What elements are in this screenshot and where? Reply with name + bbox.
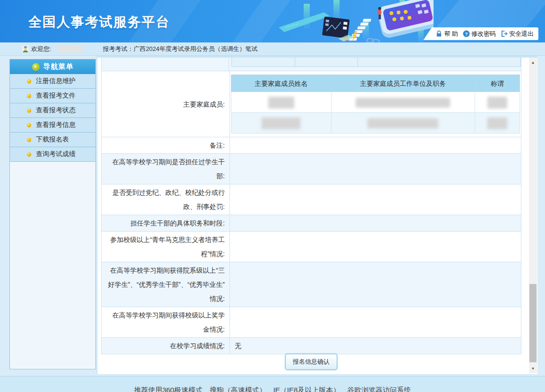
table-row-scholarship: 在高等学校学习期间获得校级以上奖学金情况: — [102, 307, 521, 338]
bullet-icon — [27, 94, 31, 98]
table-row — [231, 92, 520, 113]
table-row-remarks: 备注: — [102, 137, 521, 154]
cell-relation-redacted — [475, 92, 520, 113]
row-label: 在校学习成绩情况: — [170, 339, 225, 353]
row-value: 无 — [235, 339, 241, 353]
table-row-honors: 在高等学校学习期间获得院系级以上“三好学生”、“优秀学生干部”、“优秀毕业生”情… — [102, 262, 521, 307]
partial-inner-table — [231, 58, 521, 67]
column-header-relation: 称谓 — [475, 75, 520, 92]
table-row-cadre-position-period: 担任学生干部的具体职务和时段: — [102, 215, 521, 232]
sidebar-item-view-info[interactable]: 查看报考信息 — [10, 118, 95, 133]
sidebar: ▼ 导航菜单 注册信息维护 查看报考文件 查看报考状态 查看报考信息 下载报名表… — [9, 59, 96, 369]
welcome-bar: 欢迎您: 报考考试：广西2024年度考试录用公务员（选调生）笔试 — [0, 42, 545, 56]
sidebar-item-view-exam-files[interactable]: 查看报考文件 — [10, 89, 95, 103]
cell-relation-redacted — [475, 113, 520, 133]
logout-button[interactable]: 安全退出 — [501, 30, 534, 38]
row-label: 是否受到过党纪、政纪、校纪处分或行政、刑事处罚: — [106, 185, 225, 214]
browser-recommendation-text: 推荐使用360极速模式、搜狗（高速模式）、IE（IE8及以上版本）、谷歌浏览器访… — [0, 386, 545, 392]
row-label: 备注: — [210, 138, 225, 152]
bullet-icon — [27, 138, 31, 142]
sidebar-item-label: 查看报考信息 — [36, 121, 76, 129]
table-row-academic-performance: 在校学习成绩情况: 无 — [102, 338, 521, 354]
help-button[interactable]: 帮 助 — [435, 30, 458, 38]
partial-cell — [231, 58, 295, 67]
app-header: 全国人事考试服务平台 › › › › › › › › — [0, 0, 545, 42]
page-footer: 推荐使用360极速模式、搜狗（高速模式）、IE（IE8及以上版本）、谷歌浏览器访… — [0, 376, 545, 392]
bullet-icon — [27, 79, 31, 83]
bullet-icon — [27, 108, 31, 113]
sidebar-item-label: 查看报考文件 — [36, 92, 76, 100]
cell-workunit-redacted — [331, 92, 475, 113]
row-value-cell: 主要家庭成员姓名 主要家庭成员工作单位及职务 称谓 — [230, 71, 521, 137]
header-illustration: › › › › › › › › — [278, 0, 434, 42]
greeting-label: 欢迎您: — [31, 45, 51, 53]
header-toolbar: 帮 助 ? 修改密码 安全退出 — [423, 27, 538, 40]
table-row-student-cadre: 在高等学校学习期间是否担任过学生干部: — [102, 154, 521, 184]
change-password-label: 修改密码 — [471, 30, 496, 38]
cell-name-redacted — [231, 92, 332, 113]
sidebar-item-download-form[interactable]: 下载报名表 — [10, 133, 95, 147]
row-label: 在高等学校学习期间获得院系级以上“三好学生”、“优秀学生干部”、“优秀毕业生”情… — [106, 263, 225, 306]
partial-cell — [295, 58, 358, 67]
partial-cell — [358, 58, 521, 67]
exam-info-label: 报考考试：广西2024年度考试录用公务员（选调生）笔试 — [103, 45, 258, 53]
family-members-label: 主要家庭成员: — [183, 97, 225, 111]
sidebar-item-label: 查询考试成绩 — [36, 150, 76, 158]
button-row: 报名信息确认 — [101, 354, 521, 370]
bullet-icon — [27, 152, 31, 157]
family-table-header-row: 主要家庭成员姓名 主要家庭成员工作单位及职务 称谓 — [231, 75, 520, 92]
row-value-cell — [229, 58, 521, 71]
vertical-scrollbar[interactable]: ▲ ▼ — [529, 58, 537, 373]
main-content: 主要家庭成员: 主要家庭成员姓名 主要家庭成员工作单位及职务 称谓 — [97, 56, 537, 374]
registration-form-table: 主要家庭成员: 主要家庭成员姓名 主要家庭成员工作单位及职务 称谓 — [101, 58, 521, 354]
sidebar-item-label: 注册信息维护 — [36, 77, 76, 85]
column-header-workunit: 主要家庭成员工作单位及职务 — [331, 75, 475, 92]
nav-menu-title: 导航菜单 — [43, 62, 74, 71]
svg-text:?: ? — [465, 32, 468, 36]
question-icon: ? — [463, 30, 470, 37]
row-label: 参加校级以上“青年马克思主义者培养工程”情况: — [106, 233, 225, 261]
row-label: 在高等学校学习期间获得校级以上奖学金情况: — [106, 308, 225, 336]
exit-icon — [501, 30, 508, 37]
cell-workunit-redacted — [331, 113, 475, 133]
table-row-family-members: 主要家庭成员: 主要家庭成员姓名 主要家庭成员工作单位及职务 称谓 — [102, 71, 521, 137]
sidebar-filler — [10, 162, 95, 369]
confirm-registration-button[interactable]: 报名信息确认 — [285, 354, 337, 370]
sidebar-item-query-scores[interactable]: 查询考试成绩 — [10, 147, 95, 162]
illus-person-tablet — [378, 7, 382, 19]
page: 全国人事考试服务平台 › › › › › › › › — [0, 0, 545, 392]
sidebar-item-label: 查看报考状态 — [36, 106, 76, 115]
page-title: 全国人事考试服务平台 — [28, 13, 170, 31]
chevron-down-icon: ▼ — [32, 63, 40, 71]
bullet-icon — [27, 123, 31, 127]
logout-label: 安全退出 — [509, 30, 534, 38]
row-label-cell: 主要家庭成员: — [102, 71, 230, 137]
table-row — [231, 113, 520, 133]
change-password-button[interactable]: ? 修改密码 — [463, 30, 496, 38]
row-label: 在高等学校学习期间是否担任过学生干部: — [106, 155, 225, 183]
scrollbar-thumb[interactable] — [529, 284, 536, 362]
sidebar-item-register-info[interactable]: 注册信息维护 — [10, 74, 95, 89]
illus-tablet — [376, 0, 434, 39]
sidebar-item-view-status[interactable]: 查看报考状态 — [10, 103, 95, 118]
scroll-up-arrow-icon[interactable]: ▲ — [529, 58, 537, 66]
nav-menu-header[interactable]: ▼ 导航菜单 — [10, 59, 95, 74]
illus-chain — [367, 39, 379, 43]
row-label: 担任学生干部的具体职务和时段: — [130, 216, 225, 230]
user-avatar-icon — [22, 45, 29, 53]
help-label: 帮 助 — [444, 30, 458, 38]
lock-icon — [435, 30, 443, 37]
table-row-partial — [102, 58, 521, 71]
family-members-table: 主要家庭成员姓名 主要家庭成员工作单位及职务 称谓 — [231, 75, 520, 133]
username-redacted — [57, 45, 83, 52]
row-label-cell — [102, 58, 229, 71]
header-decor-streak — [435, 0, 545, 28]
column-header-name: 主要家庭成员姓名 — [231, 75, 332, 92]
sidebar-item-label: 下载报名表 — [36, 135, 69, 144]
cell-name-redacted — [231, 113, 332, 133]
table-row-marxist-program: 参加校级以上“青年马克思主义者培养工程”情况: — [102, 232, 521, 262]
scroll-down-arrow-icon[interactable]: ▼ — [529, 365, 537, 372]
table-row-discipline-punishment: 是否受到过党纪、政纪、校纪处分或行政、刑事处罚: — [102, 184, 521, 215]
